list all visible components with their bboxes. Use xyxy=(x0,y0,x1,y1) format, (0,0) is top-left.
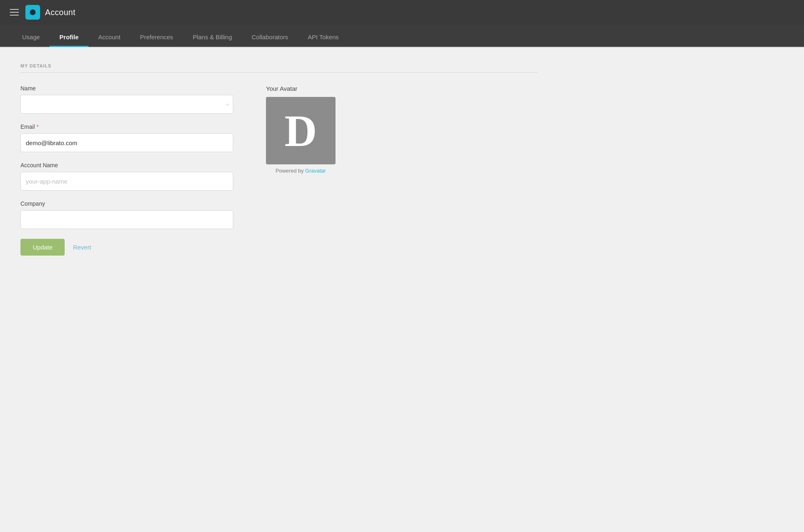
avatar-powered-by: Powered by Gravatar xyxy=(266,168,336,174)
email-required-marker: * xyxy=(36,123,38,130)
hamburger-menu[interactable] xyxy=(8,7,20,17)
tab-preferences[interactable]: Preferences xyxy=(130,28,183,46)
name-group: Name ⎓ xyxy=(20,85,233,114)
app-title: Account xyxy=(45,8,75,17)
avatar-box: D xyxy=(266,97,336,164)
avatar-section: Your Avatar D Powered by Gravatar xyxy=(266,85,336,174)
form-layout: Name ⎓ Email * Account Name xyxy=(20,85,538,256)
revert-button[interactable]: Revert xyxy=(73,244,91,251)
avatar-title: Your Avatar xyxy=(266,85,336,92)
email-input[interactable] xyxy=(20,133,233,152)
email-input-wrapper xyxy=(20,133,233,152)
account-name-label: Account Name xyxy=(20,162,233,168)
section-divider xyxy=(20,72,538,73)
company-input[interactable] xyxy=(20,210,233,229)
tab-account[interactable]: Account xyxy=(88,28,130,46)
tab-usage[interactable]: Usage xyxy=(12,28,50,46)
company-group: Company xyxy=(20,200,233,229)
update-button[interactable]: Update xyxy=(20,239,65,256)
email-group: Email * xyxy=(20,123,233,152)
company-input-wrapper xyxy=(20,210,233,229)
form-left: Name ⎓ Email * Account Name xyxy=(20,85,233,256)
tab-collaborators[interactable]: Collaborators xyxy=(242,28,298,46)
company-label: Company xyxy=(20,200,233,207)
name-label: Name xyxy=(20,85,233,92)
main-content: MY DETAILS Name ⎓ Email * xyxy=(0,47,559,272)
account-name-group: Account Name xyxy=(20,162,233,191)
topbar: Account xyxy=(0,0,804,25)
tab-plans-billing[interactable]: Plans & Billing xyxy=(183,28,242,46)
tab-profile[interactable]: Profile xyxy=(50,28,88,46)
email-label: Email * xyxy=(20,123,233,130)
gravatar-link[interactable]: Gravatar xyxy=(305,168,326,174)
section-heading: MY DETAILS xyxy=(20,63,538,68)
avatar-letter: D xyxy=(284,108,317,153)
account-name-input-wrapper xyxy=(20,172,233,191)
app-logo xyxy=(25,5,40,20)
name-input[interactable] xyxy=(20,95,233,114)
name-input-wrapper: ⎓ xyxy=(20,95,233,114)
name-field-icon: ⎓ xyxy=(226,101,229,108)
account-name-input[interactable] xyxy=(20,172,233,191)
tab-api-tokens[interactable]: API Tokens xyxy=(298,28,349,46)
button-row: Update Revert xyxy=(20,239,233,256)
nav-tabs: Usage Profile Account Preferences Plans … xyxy=(0,25,804,47)
